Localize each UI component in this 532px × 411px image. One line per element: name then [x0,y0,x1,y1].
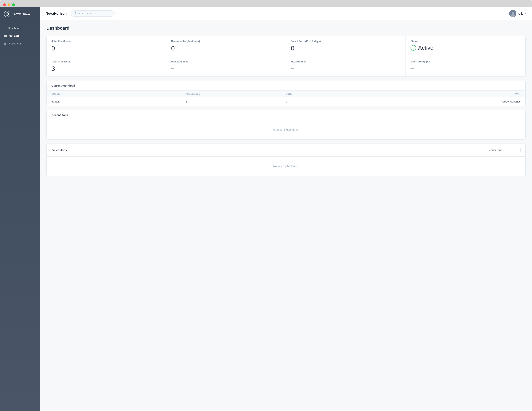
page-inner: Dashboard Jobs Per Minute 0 Recent Jobs … [40,20,532,411]
search-tags-input[interactable] [484,147,521,153]
failed-jobs-empty: No failed jobs found. [47,157,525,176]
horizon-icon: ◉ [4,34,7,38]
failed-jobs-section: Failed Jobs No failed jobs found. [47,143,526,176]
stat-value-jobs-per-minute: 0 [51,45,161,52]
window-maximize-button[interactable] [12,3,15,6]
sidebar-item-dashboard-label: Dashboard [8,27,21,30]
recent-jobs-empty: No recent jobs found. [47,120,525,139]
search-bar[interactable]: Press / to search [71,10,115,17]
row-wait: A Few Seconds [387,100,521,103]
col-header-wait: WAIT [387,93,521,95]
col-header-processes: PROCESSES [186,93,286,95]
failed-jobs-header: Failed Jobs [47,144,525,157]
stat-label-status: Status [410,40,521,43]
sidebar-nav: ⌂ Dashboard ◉ Horizon ⊞ Resources [0,21,40,51]
topbar-title: NovaHorizon [46,12,67,16]
col-header-jobs: JOBS [286,93,387,95]
stat-label-jobs-per-minute: Jobs Per Minute [51,40,161,43]
page-title: Dashboard [47,26,526,31]
col-header-queue: QUEUE [51,93,186,95]
svg-point-5 [511,14,515,17]
sidebar: Laravel Nova ⌂ Dashboard ◉ Horizon ⊞ Res… [0,7,40,411]
stats-grid: Jobs Per Minute 0 Recent Jobs (Past hour… [47,36,526,77]
stat-value-failed-jobs: 0 [291,45,401,52]
sidebar-logo-text: Laravel Nova [12,12,30,16]
failed-jobs-empty-message: No failed jobs found. [273,164,299,168]
recent-jobs-title: Recent Jobs [51,114,68,117]
stat-value-recent-jobs: 0 [171,45,281,52]
chevron-down-icon[interactable]: ▾ [525,12,526,15]
stat-label-recent-jobs: Recent Jobs (Past hour) [171,40,281,43]
stat-label-max-wait: Max Wait Time [171,60,281,63]
recent-jobs-section: Recent Jobs No recent jobs found. [47,110,526,140]
home-icon: ⌂ [4,26,6,30]
workload-section: Current Workload QUEUE PROCESSES JOBS WA… [47,81,526,106]
failed-jobs-title: Failed Jobs [51,149,67,152]
avatar [509,10,516,17]
recent-jobs-empty-message: No recent jobs found. [273,128,299,131]
workload-header: Current Workload [47,81,525,91]
stat-card-max-wait: Max Wait Time – [166,56,286,76]
sidebar-item-resources[interactable]: ⊞ Resources [0,40,40,48]
stat-label-failed-jobs: Failed Jobs (Past 7 days) [291,40,401,43]
stat-value-max-throughput: – [410,65,521,71]
stat-card-status: Status Active [406,36,525,56]
app-container: Laravel Nova ⌂ Dashboard ◉ Horizon ⊞ Res… [0,7,532,411]
sidebar-item-horizon-label: Horizon [9,34,19,37]
stat-card-max-throughput: Max Throughput – [406,56,525,76]
active-check-icon [410,45,416,51]
stat-card-total-processes: Total Processes 3 [47,56,166,76]
resources-icon: ⊞ [4,42,7,46]
workload-table-header: QUEUE PROCESSES JOBS WAIT [47,91,525,97]
logo-icon [4,11,10,17]
stat-value-total-processes: 3 [51,65,161,72]
svg-line-2 [76,14,76,15]
window-minimize-button[interactable] [8,3,10,6]
sidebar-item-dashboard[interactable]: ⌂ Dashboard [0,24,40,32]
stat-value-max-wait: – [171,65,281,71]
stat-label-max-runtime: Max Runtime [291,60,401,63]
workload-title: Current Workload [51,84,75,87]
window-close-button[interactable] [3,3,6,6]
status-text: Active [418,45,433,51]
sidebar-item-horizon[interactable]: ◉ Horizon [0,32,40,40]
stat-label-max-throughput: Max Throughput [410,60,521,63]
stat-card-recent-jobs: Recent Jobs (Past hour) 0 [166,36,286,56]
row-jobs: 0 [286,100,387,103]
row-queue: default [51,100,186,103]
row-processes: 3 [186,100,286,103]
window-chrome [0,0,532,7]
stats-row-1: Jobs Per Minute 0 Recent Jobs (Past hour… [47,36,525,56]
main-content: Dashboard Jobs Per Minute 0 Recent Jobs … [40,20,532,411]
user-name: Gijs [518,12,523,15]
stat-value-max-runtime: – [291,65,401,71]
stat-card-failed-jobs: Failed Jobs (Past 7 days) 0 [286,36,406,56]
topbar: NovaHorizon Press / to search [40,7,532,20]
search-icon [74,12,76,15]
stat-card-jobs-per-minute: Jobs Per Minute 0 [47,36,166,56]
search-placeholder-text: Press / to search [78,12,98,15]
stats-row-2: Total Processes 3 Max Wait Time – Max Ru… [47,56,525,76]
recent-jobs-header: Recent Jobs [47,110,525,120]
stat-label-total-processes: Total Processes [51,60,161,63]
sidebar-item-resources-label: Resources [9,42,22,45]
topbar-right: Gijs ▾ [509,10,526,17]
stat-card-max-runtime: Max Runtime – [286,56,406,76]
svg-point-4 [512,12,514,14]
table-row: default 3 0 A Few Seconds [47,97,525,106]
sidebar-logo: Laravel Nova [0,7,40,21]
stat-value-status: Active [410,45,521,51]
